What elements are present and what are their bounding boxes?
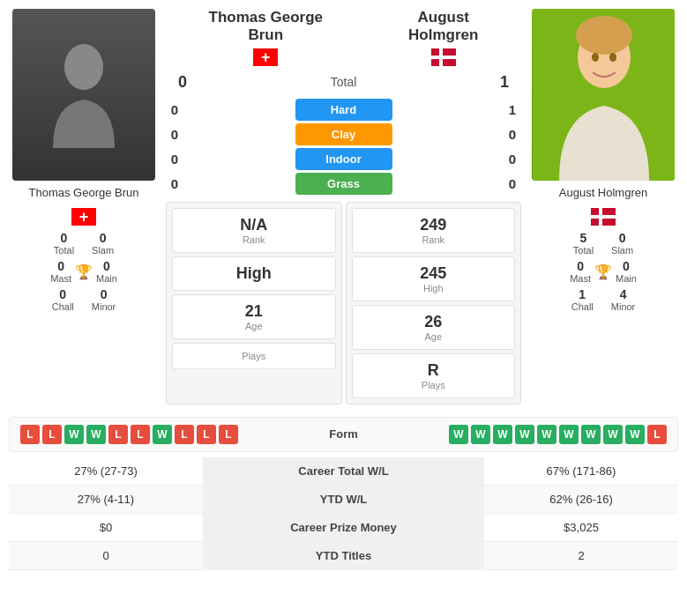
form-badge-w: W xyxy=(581,425,601,444)
surface-row-grass: 0 Grass 0 xyxy=(166,173,521,195)
comp-left-val: $0 xyxy=(9,513,203,541)
right-mast-value: 0 xyxy=(577,259,584,273)
left-minor-label: Minor xyxy=(92,301,116,312)
form-badge-l: L xyxy=(175,425,194,444)
total-left-score: 0 xyxy=(169,73,196,92)
right-name-center: AugustHolmgren xyxy=(408,9,478,45)
form-badge-l: L xyxy=(647,425,667,444)
svg-rect-3 xyxy=(431,56,456,59)
right-total-label: Total xyxy=(573,245,594,256)
surface-grass-btn[interactable]: Grass xyxy=(295,173,392,195)
form-badge-l: L xyxy=(108,425,128,444)
svg-point-0 xyxy=(64,44,103,90)
left-minor-value: 0 xyxy=(101,287,108,301)
form-label: Form xyxy=(329,427,358,441)
comp-center-label: Career Total W/L xyxy=(203,457,484,486)
comp-left-val: 0 xyxy=(9,541,203,569)
right-minor-label: Minor xyxy=(611,301,636,312)
left-rank-block: N/A Rank xyxy=(172,208,336,253)
right-profile-stats: 249 Rank 245 High 26 Age R Plays xyxy=(346,202,522,404)
surface-left-score: 0 xyxy=(166,102,183,117)
surface-left-score: 0 xyxy=(166,127,183,142)
form-badge-w: W xyxy=(493,425,512,444)
surface-indoor-btn[interactable]: Indoor xyxy=(295,148,392,170)
surface-row-clay: 0 Clay 0 xyxy=(166,123,521,145)
right-rank-block: 249 Rank xyxy=(352,208,516,253)
right-high-block: 245 High xyxy=(352,256,516,301)
comp-right-val: 62% (26-16) xyxy=(484,485,678,513)
form-badge-w: W xyxy=(153,425,172,444)
right-total-value: 5 xyxy=(580,231,587,245)
surface-hard-btn[interactable]: Hard xyxy=(295,99,392,121)
left-mast-label: Mast xyxy=(50,273,71,284)
comp-right-val: 2 xyxy=(484,541,678,569)
comp-center-label: YTD Titles xyxy=(203,541,484,569)
comp-left-val: 27% (4-11) xyxy=(9,485,203,513)
comp-center-label: Career Prize Money xyxy=(203,513,484,541)
left-main-value: 0 xyxy=(103,259,110,273)
right-rank-label: Rank xyxy=(360,234,508,245)
center-panel: Thomas GeorgeBrun AugustHolmgren xyxy=(166,9,521,404)
surface-right-score: 0 xyxy=(504,127,521,142)
left-plays-val: Plays xyxy=(180,351,328,361)
danish-flag-center xyxy=(431,48,456,66)
comparison-row: 27% (27-73) Career Total W/L 67% (171-86… xyxy=(9,457,678,486)
right-slam-label: Slam xyxy=(611,245,633,256)
left-age-block: 21 Age xyxy=(172,294,336,339)
right-flag xyxy=(591,208,616,226)
comp-right-val: 67% (171-86) xyxy=(484,457,678,486)
surface-row-hard: 0 Hard 1 xyxy=(166,99,521,121)
comp-left-val: 27% (27-73) xyxy=(9,457,203,486)
form-badge-l: L xyxy=(219,425,238,444)
right-age-val: 26 xyxy=(360,313,508,331)
form-badge-w: W xyxy=(559,425,579,444)
left-rank-val: N/A xyxy=(180,216,328,234)
left-player-card: Thomas George Brun 0 Total 0 Slam 0 Mast xyxy=(9,9,159,312)
left-total-label: Total xyxy=(54,245,74,256)
left-form-badges: LLWWLLWLLL xyxy=(20,425,238,444)
left-chall-label: Chall xyxy=(52,301,74,312)
left-name-center: Thomas GeorgeBrun xyxy=(209,9,323,45)
surface-clay-btn[interactable]: Clay xyxy=(295,123,392,145)
left-high-block: High xyxy=(172,256,336,291)
surface-right-score: 1 xyxy=(504,102,521,117)
left-total-value: 0 xyxy=(61,231,68,245)
left-player-photo xyxy=(12,9,155,181)
svg-point-6 xyxy=(576,16,632,55)
form-badge-l: L xyxy=(42,425,62,444)
svg-point-7 xyxy=(592,53,599,62)
left-mast-value: 0 xyxy=(57,259,64,273)
left-plays-block: Plays xyxy=(172,343,336,369)
right-minor-value: 4 xyxy=(620,287,627,301)
left-slam-label: Slam xyxy=(92,245,114,256)
right-name-block: AugustHolmgren xyxy=(408,9,478,66)
form-badge-w: W xyxy=(625,425,645,444)
surface-left-score: 0 xyxy=(166,152,183,167)
form-badge-w: W xyxy=(449,425,468,444)
left-slam-value: 0 xyxy=(100,231,107,245)
left-player-stats: 0 Total 0 Slam 0 Mast 🏆 0 Main xyxy=(9,231,159,312)
right-high-label: High xyxy=(360,283,508,293)
left-name-block: Thomas GeorgeBrun xyxy=(209,9,323,66)
swiss-flag-icon xyxy=(71,208,96,226)
right-plays-label: Plays xyxy=(360,380,508,390)
right-mast-label: Mast xyxy=(570,273,591,284)
form-badge-l: L xyxy=(131,425,150,444)
right-player-card: August Holmgren 5 Total 0 Slam xyxy=(528,9,678,312)
form-row: LLWWLLWLLL Form WWWWWWWWWL xyxy=(9,417,678,452)
form-badge-w: W xyxy=(603,425,623,444)
comparison-row: 27% (4-11) YTD W/L 62% (26-16) xyxy=(9,485,678,513)
right-age-label: Age xyxy=(360,331,508,342)
form-badge-w: W xyxy=(86,425,106,444)
names-row: Thomas GeorgeBrun AugustHolmgren xyxy=(166,9,521,66)
right-player-stats: 5 Total 0 Slam 0 Mast 🏆 0 Main xyxy=(528,231,678,312)
left-main-label: Main xyxy=(96,273,117,284)
swiss-flag-center xyxy=(253,48,278,66)
right-player-name: August Holmgren xyxy=(559,186,647,199)
right-main-label: Main xyxy=(616,273,637,284)
right-main-value: 0 xyxy=(623,259,630,273)
svg-rect-11 xyxy=(591,215,616,219)
comp-right-val: $3,025 xyxy=(484,513,678,541)
surfaces-panel: 0 Hard 1 0 Clay 0 0 Indoor 0 0 Grass 0 xyxy=(166,99,521,195)
left-age-val: 21 xyxy=(180,302,328,321)
